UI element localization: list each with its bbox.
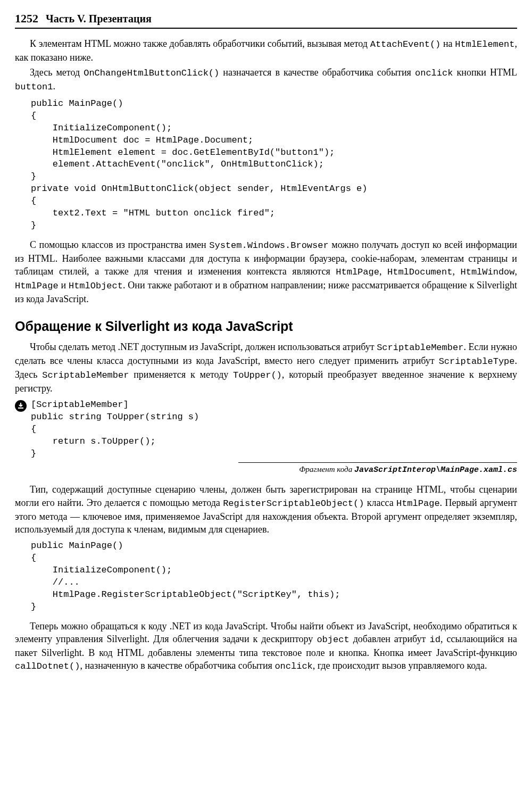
- code-inline: HtmlElement: [455, 39, 514, 49]
- section-heading: Обращение к Silverlight из кода JavaScri…: [15, 318, 517, 336]
- code-inline: HtmlWindow: [461, 267, 515, 277]
- paragraph-3: С помощью классов из пространства имен S…: [15, 238, 517, 305]
- code-inline: onclick: [275, 661, 312, 671]
- paragraph-1: К элементам HTML можно также добавлять о…: [15, 37, 517, 64]
- chapter-title: Часть V. Презентация: [46, 12, 152, 26]
- code-inline: HtmlPage: [396, 498, 440, 509]
- code-inline: AttachEvent(): [370, 39, 441, 49]
- paragraph-6: Теперь можно обращаться к коду .NET из к…: [15, 620, 517, 673]
- code-inline: ToUpper(): [233, 370, 282, 380]
- code-inline: id: [430, 635, 440, 645]
- code-inline: callDotnet(): [15, 661, 80, 671]
- paragraph-2: Здесь метод OnChangeHtmlButtonClick() на…: [15, 66, 517, 94]
- paragraph-4: Чтобы сделать метод .NET доступным из Ja…: [15, 340, 517, 395]
- code-inline: HtmlPage: [15, 281, 59, 291]
- code-inline: ScriptableMember: [377, 343, 463, 353]
- code-snippet-caption: Фрагмент кода JavaScriptInterop\MainPage…: [238, 462, 517, 476]
- code-snippet-path: JavaScriptInterop\MainPage.xaml.cs: [354, 466, 517, 475]
- code-inline: OnChangeHtmlButtonClick(): [84, 68, 219, 78]
- code-block-with-download: [ScriptableMember] public string ToUpper…: [31, 399, 517, 460]
- code-inline: RegisterScriptableObject(): [223, 498, 364, 509]
- code-inline: System.Windows.Browser: [209, 240, 328, 251]
- code-inline: HtmlDocument: [387, 267, 452, 277]
- code-inline: HtmlPage: [336, 267, 379, 277]
- page-header: 1252 Часть V. Презентация: [15, 11, 517, 29]
- code-block-2: [ScriptableMember] public string ToUpper…: [31, 399, 517, 460]
- page-number: 1252: [15, 11, 38, 27]
- code-block-1: public MainPage() { InitializeComponent(…: [31, 98, 517, 232]
- code-inline: button1: [15, 82, 53, 92]
- code-inline: ScriptableType: [439, 356, 515, 367]
- code-inline: ScriptableMember: [42, 370, 129, 380]
- code-inline: object: [317, 635, 349, 645]
- code-block-3: public MainPage() { InitializeComponent(…: [31, 540, 517, 613]
- code-inline: onclick: [415, 68, 453, 78]
- paragraph-5: Тип, содержащий доступные сценарию члены…: [15, 483, 517, 536]
- download-icon: [15, 400, 27, 412]
- code-inline: HtmlObject: [69, 281, 123, 291]
